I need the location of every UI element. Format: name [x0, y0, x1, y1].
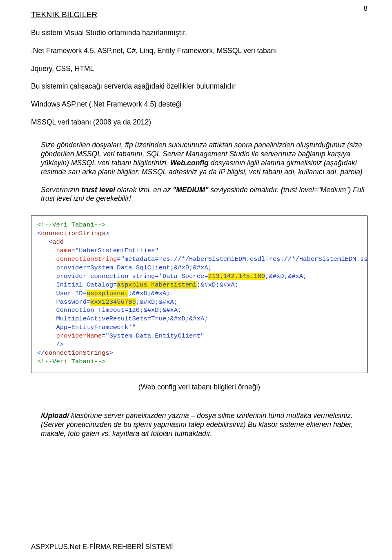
code-attr-connstring: connectionString	[56, 256, 117, 263]
code-gt: >	[105, 230, 109, 237]
details-block: Size gönderilen dosyaları, ftp üzerinden…	[41, 141, 368, 203]
code-username: aspxplusnet	[87, 290, 128, 297]
trust-post: seviyesinde olmalıdır.	[209, 186, 281, 194]
code-app: App=EntityFramework'"	[56, 324, 136, 331]
code-timeout: Connection Timeout=120;&#xD;&#xA;	[56, 307, 182, 314]
section-title: TEKNİK BİLGİLER	[31, 10, 368, 20]
requirements-title: Bu sistemin çalışacağı serverda aşağıdak…	[31, 82, 368, 91]
code-tag-connectionstrings: connectionStrings	[41, 230, 105, 237]
intro-paragraph-2: .Net Framework 4.5, ASP.net, C#, Linq, E…	[31, 47, 368, 56]
code-tag-add: add	[52, 238, 64, 246]
code-lt: <	[37, 230, 41, 237]
code-provstr2: ;&#xD;&#xA;	[265, 273, 307, 280]
trust-level-paragraph: Serverınızın trust level olarak izni, en…	[41, 186, 368, 204]
webconfig-filename: Web.config	[170, 159, 209, 167]
code-selfclose: />	[56, 341, 64, 348]
trust-pre: Serverınızın	[41, 186, 81, 194]
code-pass1: Password=	[56, 298, 91, 306]
code-val-provname: ="System.Data.EntityClient"	[102, 332, 204, 340]
upload-folder: /Upload/	[41, 411, 69, 420]
code-initcat1: Initial Catalog=	[56, 281, 117, 289]
code-userid2: ;&#xD;&#xA;	[128, 290, 170, 297]
trust-level-term: trust level	[81, 186, 115, 194]
code-password: xxx123456789	[90, 298, 136, 306]
code-attr-provname: providerName	[56, 332, 102, 340]
intro-paragraph-3: Jquery, CSS, HTML	[31, 64, 368, 73]
code-end-tag: connectionStrings	[45, 349, 109, 357]
code-dbname: aspxplus_habersistemi	[117, 281, 196, 289]
code-comment-close: <!--Veri Tabani-->	[37, 358, 105, 365]
upload-block: /Upload/ klasörüne server panelinizden y…	[41, 411, 368, 438]
code-initcat2: ;&#xD;&#xA;	[197, 281, 238, 289]
upload-paragraph: /Upload/ klasörüne server panelinizden y…	[41, 411, 368, 438]
code-attr-name: name	[56, 247, 71, 254]
code-ip: 213.142.145.180	[208, 273, 265, 280]
code-lt2: <	[49, 238, 52, 246]
requirement-2: MSSQL veri tabanı (2008 ya da 2012)	[31, 118, 368, 127]
code-caption: (Web.config veri tabanı bilgileri örneği…	[31, 383, 368, 392]
code-snippet: <!--Veri Tabani--> <connectionStrings> <…	[31, 216, 368, 373]
intro-paragraph-1: Bu sistem Visual Studio ortamında hazırl…	[31, 29, 368, 38]
footer: ASPXPLUS.Net E-FİRMA REHBERİ SİSTEMİ	[31, 542, 173, 551]
code-end-gt: >	[109, 349, 113, 357]
upload-rest: klasörüne server panelinizden yazma – do…	[41, 411, 353, 438]
page: 8 TEKNİK BİLGİLER Bu sistem Visual Studi…	[0, 0, 392, 560]
trust-mid: olarak izni, en az	[115, 186, 173, 194]
code-val-conn: ="metadata=res://*/HaberSistemiEDM.csdl|…	[117, 256, 368, 263]
requirement-1: Windows ASP.net (.Net Framework 4.5) des…	[31, 100, 368, 109]
webconfig-paragraph: Size gönderilen dosyaları, ftp üzerinden…	[41, 141, 368, 177]
code-provider-line: provider=System.Data.SqlClient;&#xD;&#xA…	[56, 264, 212, 271]
code-end-lt: </	[37, 349, 45, 357]
trust-medium: "MEDIUM"	[173, 186, 209, 194]
code-pass2: ;&#xD;&#xA;	[136, 298, 178, 306]
code-provstr1: provider connection string='Data Source=	[56, 273, 208, 280]
code-mars: MultipleActiveResultSets=True;&#xD;&#xA;	[56, 315, 208, 322]
code-userid1: User ID=	[56, 290, 87, 297]
page-number: 8	[364, 4, 368, 13]
code-comment-open: <!--Veri Tabani-->	[37, 221, 105, 229]
code-val-name: ="HaberSistemiEntities"	[71, 247, 159, 254]
